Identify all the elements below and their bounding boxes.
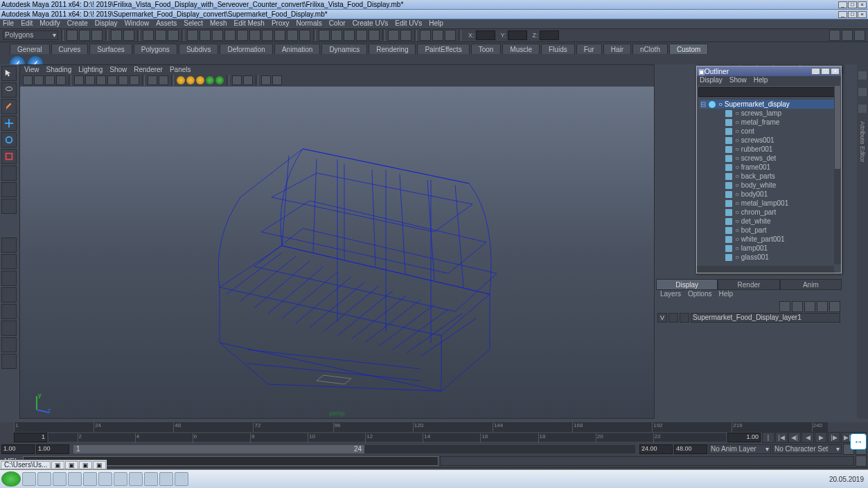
outliner-item[interactable]: ○ rubber001 — [700, 145, 838, 154]
taskbar-app-icon[interactable] — [114, 472, 127, 486]
snap-live-icon[interactable] — [369, 30, 380, 41]
mask-icon[interactable] — [274, 30, 285, 41]
layer-tab-display[interactable]: Display — [656, 279, 718, 290]
vp-icon[interactable] — [107, 75, 117, 85]
shelf-tab-hair[interactable]: Hair — [603, 44, 631, 54]
move-tool-icon[interactable] — [1, 116, 17, 131]
outliner-item[interactable]: ○ cont — [700, 127, 838, 136]
layout-icon[interactable] — [1, 337, 17, 352]
layout-icon[interactable] — [1, 271, 17, 286]
vp-icon[interactable] — [74, 75, 84, 85]
ipr-icon[interactable] — [432, 30, 443, 41]
save-scene-icon[interactable] — [91, 30, 103, 41]
outliner-menu-help[interactable]: Help — [754, 76, 768, 86]
menu-proxy[interactable]: Proxy — [272, 19, 290, 28]
script-editor-icon[interactable] — [856, 455, 867, 467]
vp-menu-show[interactable]: Show — [109, 66, 127, 73]
range-start-inner[interactable]: 1.00 — [36, 444, 69, 454]
shelf-tab-polygons[interactable]: Polygons — [134, 44, 177, 54]
mask-icon[interactable] — [299, 30, 310, 41]
light-icon[interactable] — [196, 76, 204, 84]
open-scene-icon[interactable] — [79, 30, 90, 41]
char-set-combo[interactable]: No Character Set — [772, 444, 842, 454]
taskbar-app-icon[interactable] — [144, 472, 158, 486]
menu-create[interactable]: Create — [67, 19, 88, 28]
x-input[interactable] — [476, 30, 495, 40]
maximize-icon[interactable]: □ — [848, 11, 857, 18]
menu-color[interactable]: Color — [329, 19, 346, 28]
layer-name[interactable]: Supermarket_Food_Display_layer1 — [691, 313, 840, 323]
taskbar-app-icon[interactable] — [129, 472, 143, 486]
outliner-item[interactable]: ○ metal_frame — [700, 118, 838, 127]
layer-menu-options[interactable]: Options — [688, 290, 711, 300]
layer-row[interactable]: V Supermarket_Food_Display_layer1 — [656, 312, 842, 323]
layout-single-icon[interactable] — [1, 237, 17, 253]
anim-layer-combo[interactable]: No Anim Layer — [709, 444, 771, 454]
play-icon[interactable]: ▶ — [815, 432, 827, 443]
history-icon[interactable] — [400, 30, 411, 41]
time-slider[interactable]: 124487296120144168192216240 1 2468101214… — [0, 422, 868, 443]
vp-icon[interactable] — [232, 75, 242, 85]
shelf-tab-dynamics[interactable]: Dynamics — [321, 44, 367, 54]
outliner-titlebar[interactable]: ▣ Outliner _ □ × — [697, 66, 841, 76]
rotate-tool-icon[interactable] — [1, 132, 17, 147]
outliner-item[interactable]: ○ alump_part — [700, 262, 838, 263]
select-hier-icon[interactable] — [143, 30, 154, 41]
layer-icon[interactable] — [779, 301, 790, 312]
redo-icon[interactable] — [123, 30, 134, 41]
vp-menu-view[interactable]: View — [24, 66, 39, 73]
menu-assets[interactable]: Assets — [156, 19, 177, 28]
light-icon[interactable] — [215, 76, 224, 84]
vp-icon[interactable] — [96, 75, 106, 85]
scrollbar-horizontal[interactable] — [697, 266, 834, 273]
vp-icon[interactable] — [34, 75, 44, 85]
range-slider[interactable]: 1.00 1.00 124 24.00 48.00 No Anim Layer … — [0, 443, 868, 455]
layer-tab-anim[interactable]: Anim — [780, 279, 842, 290]
viewport[interactable]: y z persp — [20, 87, 654, 418]
step-back-icon[interactable]: |◀ — [775, 432, 788, 443]
menu-file[interactable]: File — [3, 19, 14, 28]
outliner-item[interactable]: ○ bot_part — [700, 226, 838, 235]
menu-normals[interactable]: Normals — [296, 19, 322, 28]
taskbar-app-icon[interactable] — [37, 472, 51, 486]
maximize-icon[interactable]: □ — [821, 68, 830, 75]
layout-icon[interactable] — [854, 30, 865, 41]
vp-menu-shading[interactable]: Shading — [46, 66, 72, 73]
layer-tab-render[interactable]: Render — [718, 279, 779, 290]
shelf-tab-animation[interactable]: Animation — [274, 44, 320, 54]
maximize-icon[interactable]: □ — [848, 1, 857, 8]
taskbar-app-icon[interactable] — [83, 472, 97, 486]
range-thumb[interactable]: 124 — [73, 445, 364, 453]
mask-icon[interactable] — [262, 30, 273, 41]
render-settings-icon[interactable] — [445, 30, 456, 41]
mask-icon[interactable] — [224, 30, 236, 41]
range-end-outer[interactable]: 48.00 — [674, 444, 707, 454]
taskbar-app-icon[interactable] — [22, 472, 36, 486]
light-icon[interactable] — [177, 76, 185, 84]
light-icon[interactable] — [186, 76, 195, 84]
vp-icon[interactable] — [45, 75, 55, 85]
menu-mesh[interactable]: Mesh — [210, 19, 227, 28]
taskbar-app-icon[interactable] — [175, 472, 188, 486]
new-layer-icon[interactable] — [817, 301, 828, 312]
outliner-item[interactable]: ○ white_part001 — [700, 235, 838, 244]
taskbar-app-icon[interactable] — [68, 472, 82, 486]
shelf-tab-general[interactable]: General — [10, 44, 50, 54]
minimize-icon[interactable]: _ — [838, 11, 847, 18]
manip-tool-icon[interactable] — [1, 165, 17, 181]
vp-icon[interactable] — [130, 75, 139, 85]
shelf-tab-fur[interactable]: Fur — [576, 44, 602, 54]
taskbar-app-icon[interactable] — [159, 472, 173, 486]
taskbar-tab-icon[interactable]: ▣ — [79, 461, 92, 469]
undo-icon[interactable] — [111, 30, 122, 41]
snap-plane-icon[interactable] — [356, 30, 367, 41]
mask-icon[interactable] — [237, 30, 248, 41]
sidebar-icon[interactable] — [858, 105, 867, 113]
mask-icon[interactable] — [212, 30, 223, 41]
outliner-item[interactable]: ○ chrom_part — [700, 208, 838, 217]
outliner-item[interactable]: ○ screws_lamp — [700, 109, 838, 118]
outliner-menu-show[interactable]: Show — [729, 76, 747, 86]
snap-point-icon[interactable] — [344, 30, 355, 41]
shelf-tab-fluids[interactable]: Fluids — [541, 44, 575, 54]
menu-edit[interactable]: Edit — [21, 19, 33, 28]
